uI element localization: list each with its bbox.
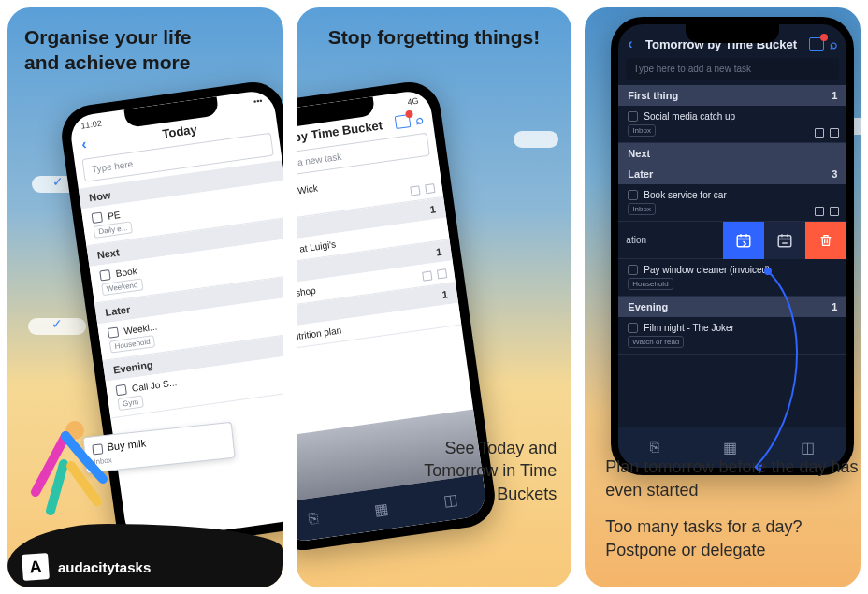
bucket-name: First thing bbox=[628, 90, 678, 101]
bucket-count: 3 bbox=[832, 168, 837, 180]
status-signal: 4G bbox=[407, 96, 419, 108]
bucket-count: 1 bbox=[441, 288, 448, 300]
bucket-name: Evening bbox=[628, 301, 668, 312]
back-icon[interactable]: ‹ bbox=[628, 36, 632, 52]
postpone-button[interactable] bbox=[723, 222, 764, 259]
action-icon[interactable] bbox=[425, 183, 435, 194]
task-label: Inbox bbox=[628, 203, 656, 215]
svg-rect-2 bbox=[779, 236, 792, 247]
tab-icon[interactable]: ▦ bbox=[723, 439, 737, 456]
task-label: Household bbox=[628, 278, 673, 290]
action-icon[interactable] bbox=[830, 128, 839, 138]
checkbox-icon[interactable] bbox=[628, 190, 638, 200]
search-icon[interactable]: ⌕ bbox=[830, 36, 837, 51]
task-title: Call Jo S... bbox=[131, 377, 177, 394]
swipe-actions-row[interactable]: ation bbox=[618, 222, 846, 259]
checkbox-icon[interactable] bbox=[99, 269, 110, 281]
tab-icon[interactable]: ⎘ bbox=[650, 439, 659, 456]
checkbox-icon[interactable] bbox=[92, 212, 103, 224]
bucket-count: 1 bbox=[832, 301, 837, 312]
caption-plan-tomorrow: Plan tomorrow before the day has even st… bbox=[605, 456, 861, 501]
promo-card-1: Organise your life and achieve more ✓ ✓ … bbox=[7, 7, 283, 587]
task-item[interactable]: Social media catch up Inbox bbox=[618, 106, 846, 143]
task-label: Weekend bbox=[101, 278, 143, 296]
bucket-header-later[interactable]: Later 3 bbox=[618, 164, 846, 184]
bucket-name: Next bbox=[628, 148, 650, 159]
search-icon[interactable]: ⌕ bbox=[414, 111, 424, 127]
task-title: with Joe Wick bbox=[297, 182, 318, 200]
badge-dot bbox=[405, 110, 413, 119]
folder-icon[interactable] bbox=[809, 37, 824, 51]
task-item[interactable]: Book service for car Inbox bbox=[618, 184, 846, 222]
bucket-count: 1 bbox=[429, 203, 437, 215]
task-title-partial: ation bbox=[618, 222, 682, 259]
cloud-icon: ✓ bbox=[28, 318, 86, 335]
heading-stop-forgetting: Stop forgetting things! bbox=[297, 24, 572, 50]
folder-icon[interactable] bbox=[394, 114, 411, 129]
checkbox-icon[interactable] bbox=[108, 326, 119, 338]
brand-name: audacitytasks bbox=[58, 559, 151, 575]
action-icon[interactable] bbox=[437, 268, 447, 279]
bucket-name: Now bbox=[88, 189, 111, 203]
badge-dot bbox=[820, 34, 828, 41]
cloud-icon bbox=[514, 131, 558, 148]
caption-time-buckets: See Today and Tomorrow in Time Buckets bbox=[416, 437, 557, 505]
task-item[interactable]: Pay window cleaner (invoiced) Household bbox=[618, 259, 846, 297]
task-title: Book service for car bbox=[644, 190, 726, 200]
action-icon[interactable] bbox=[422, 270, 432, 281]
add-task-input[interactable]: Type here to add a new task bbox=[626, 58, 839, 80]
task-actions bbox=[410, 183, 435, 196]
task-actions bbox=[815, 207, 839, 216]
phone-notch bbox=[686, 24, 779, 43]
task-item[interactable]: Film night - The Joker Watch or read bbox=[618, 317, 846, 355]
action-icon[interactable] bbox=[830, 207, 839, 216]
task-actions bbox=[815, 128, 839, 138]
bucket-count: 1 bbox=[832, 90, 837, 101]
task-label: Household bbox=[109, 335, 156, 354]
brand-logo-icon: A bbox=[22, 553, 50, 581]
tab-icon[interactable]: ▦ bbox=[372, 500, 388, 519]
task-title: Book bbox=[115, 266, 137, 279]
bucket-name: Later bbox=[105, 303, 131, 318]
runner-graphic bbox=[13, 408, 116, 539]
checkbox-icon[interactable] bbox=[628, 111, 638, 122]
checkbox-icon[interactable] bbox=[628, 265, 638, 275]
bucket-header-evening[interactable]: Evening 1 bbox=[618, 297, 846, 317]
bucket-name: Evening bbox=[112, 359, 153, 376]
bucket-header-next[interactable]: Next bbox=[618, 143, 846, 164]
task-label: Daily e... bbox=[94, 221, 134, 239]
promo-card-2: Stop forgetting things! 11:02 4G ‹ Today… bbox=[297, 7, 572, 587]
task-label: Gym bbox=[117, 395, 143, 411]
back-icon[interactable]: ‹ bbox=[80, 136, 88, 153]
tab-icon[interactable]: ◫ bbox=[801, 439, 815, 456]
reschedule-button[interactable] bbox=[764, 222, 805, 259]
task-title: Social media catch up bbox=[644, 111, 735, 122]
bucket-header-first[interactable]: First thing 1 bbox=[618, 85, 846, 106]
check-icon: ✓ bbox=[52, 174, 64, 189]
delete-button[interactable] bbox=[805, 222, 846, 259]
heading-organise: Organise your life and achieve more bbox=[24, 24, 192, 76]
task-title: PE bbox=[107, 210, 121, 222]
checkbox-icon[interactable] bbox=[115, 384, 126, 396]
task-label: Watch or read bbox=[628, 336, 684, 348]
task-title: a table at Luigi's bbox=[297, 239, 337, 258]
status-time: 11:02 bbox=[80, 119, 103, 131]
task-title: Pay window cleaner (invoiced) bbox=[644, 265, 770, 275]
task-title: r Nutrition plan bbox=[297, 325, 342, 343]
action-icon[interactable] bbox=[410, 185, 420, 196]
task-label: Inbox bbox=[628, 124, 656, 137]
caption-postpone: Too many tasks for a day? Postpone or de… bbox=[605, 515, 802, 561]
brand-badge: A audacitytasks bbox=[22, 554, 151, 580]
checkbox-icon[interactable] bbox=[628, 323, 638, 333]
action-icon[interactable] bbox=[815, 128, 824, 138]
task-title: Weekl... bbox=[123, 322, 158, 337]
bucket-name: Next bbox=[96, 246, 120, 260]
check-icon: ✓ bbox=[51, 316, 63, 331]
phone-mockup: ‹ Tomorrow by Time Bucket ⌕ Type here to… bbox=[611, 17, 854, 475]
action-icon[interactable] bbox=[815, 207, 824, 216]
task-title: food shop bbox=[297, 285, 316, 301]
bucket-name: Later bbox=[628, 168, 653, 180]
tab-icon[interactable]: ⎘ bbox=[308, 510, 319, 528]
task-actions bbox=[422, 268, 447, 282]
task-title: Film night - The Joker bbox=[644, 323, 734, 333]
